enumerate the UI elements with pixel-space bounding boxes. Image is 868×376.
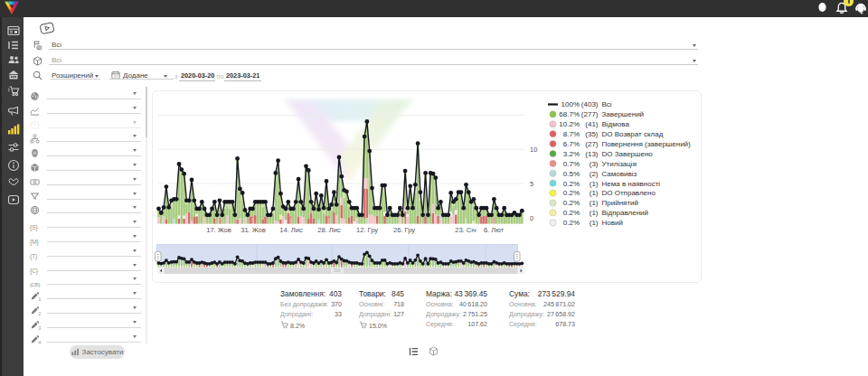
svg-text:0: 0 (530, 214, 533, 222)
svg-text:0.2%: 0.2% (563, 189, 580, 197)
svg-text:(1): (1) (590, 180, 599, 188)
svg-text:Прийнятий: Прийнятий (602, 199, 639, 207)
svg-text:Нема в наявності: Нема в наявності (602, 180, 661, 188)
svg-text:Всі: Всі (602, 100, 612, 108)
svg-text:6.7%: 6.7% (563, 140, 580, 148)
svg-text:(403): (403) (581, 100, 599, 108)
svg-text:(41): (41) (585, 120, 599, 128)
svg-text:(1): (1) (590, 219, 599, 227)
svg-text:Самовивіз: Самовивіз (602, 170, 637, 178)
svg-text:Утилізація: Утилізація (602, 160, 637, 168)
svg-text:Відмова: Відмова (602, 120, 630, 128)
svg-text:4: 4 (38, 340, 41, 344)
svg-text:0.2%: 0.2% (563, 180, 580, 188)
svg-text:10: 10 (530, 146, 537, 154)
svg-text:(1): (1) (590, 199, 599, 207)
svg-text:10.2%: 10.2% (559, 120, 580, 128)
svg-text:DO Завершено: DO Завершено (602, 150, 654, 158)
svg-text:0.7%: 0.7% (563, 160, 580, 168)
svg-text:12. Гру: 12. Гру (356, 226, 378, 234)
svg-text:(35): (35) (585, 130, 599, 138)
svg-text:100%: 100% (561, 100, 580, 108)
svg-text:(3): (3) (590, 160, 599, 168)
svg-text:0.2%: 0.2% (563, 209, 580, 217)
svg-text:(27): (27) (585, 140, 599, 148)
svg-text:(1): (1) (590, 189, 599, 197)
svg-text:(1): (1) (590, 209, 599, 217)
svg-text:28. Лис: 28. Лис (317, 226, 341, 234)
svg-text:0.2%: 0.2% (563, 199, 580, 207)
svg-text:14. Лис: 14. Лис (279, 226, 303, 234)
svg-text:(2): (2) (590, 170, 599, 178)
svg-text:0.2%: 0.2% (563, 219, 580, 227)
svg-text:26. Гру: 26. Гру (393, 226, 415, 234)
svg-text:23. Січ: 23. Січ (455, 226, 476, 234)
svg-text:(277): (277) (581, 110, 599, 118)
svg-text:31. Жов: 31. Жов (241, 226, 266, 234)
svg-text:6. Лют: 6. Лют (484, 226, 505, 234)
svg-text:DO Отправлено: DO Отправлено (602, 189, 656, 197)
svg-text:DO Возврат склад: DO Возврат склад (602, 130, 664, 138)
svg-text:68.7%: 68.7% (559, 110, 580, 118)
svg-text:Повернення (завершений): Повернення (завершений) (602, 140, 692, 148)
svg-text:(13): (13) (585, 150, 599, 158)
svg-text:0.5%: 0.5% (563, 170, 580, 178)
svg-text:5: 5 (530, 180, 533, 188)
svg-text:Завершений: Завершений (602, 110, 645, 118)
svg-text:17. Жов: 17. Жов (206, 226, 231, 234)
svg-text:Новий: Новий (602, 219, 623, 227)
svg-text:8.7%: 8.7% (563, 130, 580, 138)
svg-text:3.2%: 3.2% (563, 150, 580, 158)
svg-text:Відправлений: Відправлений (602, 209, 649, 217)
